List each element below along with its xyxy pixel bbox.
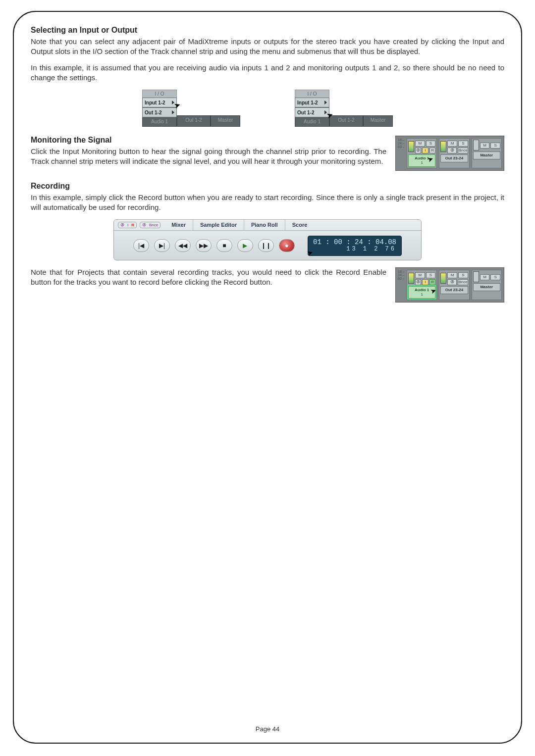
channel-strip: M S ⦿ Bnce Out 23-24 — [439, 270, 469, 300]
bounce-button[interactable]: Bnce — [148, 223, 159, 227]
channel-pill-group: ⦿ I R ⦿ Bnce — [114, 220, 164, 230]
figure-record-enable-thumb: 18 – 24 – 60 – M S ⦿ I — [395, 267, 504, 302]
io-input-slot[interactable]: Input 1-2 — [295, 98, 329, 107]
paragraph: In this example, it is assumed that you … — [31, 63, 504, 83]
tab-mixer[interactable]: Mixer — [164, 220, 193, 230]
record-ready-icon[interactable]: ⦿ — [415, 148, 421, 153]
dropdown-triangle-icon — [324, 110, 327, 114]
channel-name: Master — [473, 151, 500, 159]
label: Audio 1 — [415, 288, 429, 292]
transport-record-button[interactable]: ● — [279, 239, 295, 252]
tab-score[interactable]: Score — [285, 220, 315, 230]
io-output-label: Out 1-2 — [297, 110, 314, 115]
record-enable-button[interactable]: R — [429, 148, 435, 153]
record-enable-button[interactable]: R — [429, 279, 435, 285]
record-ready-icon[interactable]: ⦿ — [141, 223, 147, 227]
solo-button[interactable]: S — [458, 141, 468, 147]
channel-name: Master — [363, 115, 393, 127]
channel-name: Master — [211, 115, 240, 127]
label: 1 — [421, 160, 423, 165]
mute-button[interactable]: M — [415, 272, 425, 278]
io-panel-left: I / O Input 1-2 ➤ Out 1-2 Audio 1 Out 1-… — [142, 90, 240, 127]
level-meter-icon — [408, 141, 414, 152]
channel-name: Audio 1 1 — [408, 286, 435, 299]
channel-strip: M S ⦿ Bnce Out 23-24 — [439, 138, 469, 168]
record-ready-icon[interactable]: ⦿ — [415, 279, 421, 285]
paragraph: Note that for Projects that contain seve… — [31, 267, 386, 288]
channel-pill: ⦿ Bnce — [140, 222, 160, 228]
paragraph: Click the Input Monitoring button to hea… — [31, 147, 386, 167]
input-monitor-button[interactable]: I — [422, 148, 428, 153]
meter-scale: 18 – 24 – 60 – — [398, 138, 405, 168]
io-panel-right: I / O Input 1-2 Out 1-2 ➤ Audio 1 Out 1-… — [295, 90, 393, 127]
input-monitor-button[interactable]: I — [422, 279, 428, 285]
level-meter-icon — [473, 271, 479, 282]
page-label: Page — [256, 725, 270, 733]
transport-go-to-end-button[interactable]: ▶| — [154, 239, 170, 252]
mute-button[interactable]: M — [447, 272, 457, 278]
io-header: I / O — [142, 90, 177, 98]
mute-button[interactable]: M — [480, 143, 490, 149]
mute-button[interactable]: M — [415, 141, 425, 147]
channel-strip: M S Master — [472, 138, 502, 168]
figure-monitoring-thumb: 18 – 24 – 60 – M S ⦿ I — [395, 136, 504, 171]
io-output-slot[interactable]: Out 1-2 ➤ — [295, 107, 329, 117]
bounce-button[interactable]: Bnce — [458, 279, 468, 285]
transport-pause-button[interactable]: ❙❙ — [258, 239, 274, 252]
dropdown-triangle-icon — [172, 110, 174, 114]
dropdown-triangle-icon — [324, 101, 327, 104]
label: Audio 1 — [415, 156, 429, 160]
transport-fast-forward-button[interactable]: ▶▶ — [196, 239, 212, 252]
channel-name: Audio 1 — [295, 117, 329, 127]
transport-rewind-button[interactable]: ◀◀ — [175, 239, 191, 252]
heading-recording: Recording — [31, 182, 504, 191]
figure-transport: ⦿ I R ⦿ Bnce Mixer Sample Editor Piano R… — [31, 219, 504, 260]
bounce-button[interactable]: Bnce — [458, 148, 468, 153]
page-number: 44 — [272, 725, 279, 733]
level-meter-icon — [440, 141, 446, 152]
heading-selecting-io: Selecting an Input or Output — [31, 26, 504, 35]
level-meter-icon — [440, 273, 446, 284]
timecode-main: 01 : 00 : 24 : 04.08 — [313, 238, 396, 246]
figure-io-slots: I / O Input 1-2 ➤ Out 1-2 Audio 1 Out 1-… — [31, 90, 504, 127]
solo-button[interactable]: S — [490, 143, 500, 149]
io-output-slot[interactable]: Out 1-2 — [142, 107, 177, 117]
channel-strip: M S ⦿ I R Audio 1 — [407, 270, 437, 300]
tab-piano-roll[interactable]: Piano Roll — [244, 220, 285, 230]
solo-button[interactable]: S — [458, 272, 468, 278]
label: 1 — [421, 292, 423, 297]
channel-name: Audio 1 1 — [408, 154, 435, 167]
transport-stop-button[interactable]: ■ — [216, 239, 232, 252]
io-input-label: Input 1-2 — [297, 100, 318, 105]
tab-sample-editor[interactable]: Sample Editor — [193, 220, 244, 230]
channel-name: Master — [473, 283, 500, 291]
record-enable-button[interactable]: R — [130, 223, 135, 227]
transport-play-button[interactable]: ▶ — [237, 239, 253, 252]
channel-name: Out 1-2 — [329, 115, 363, 127]
page-frame: Selecting an Input or Output Note that y… — [13, 11, 522, 744]
record-ready-icon[interactable]: ⦿ — [447, 279, 457, 285]
channel-strip: M S Master — [472, 270, 502, 300]
dropdown-triangle-icon — [172, 101, 174, 104]
level-meter-icon — [473, 140, 479, 151]
paragraph: In this example, simply click the Record… — [31, 193, 504, 213]
record-ready-icon[interactable]: ⦿ — [119, 223, 125, 227]
channel-name: Out 1-2 — [177, 115, 211, 127]
mute-button[interactable]: M — [480, 274, 490, 280]
level-meter-icon — [408, 273, 414, 284]
input-monitor-button[interactable]: I — [126, 223, 129, 227]
channel-strip: M S ⦿ I R Audio 1 — [407, 138, 437, 168]
timecode-display: 01 : 00 : 24 : 04.08 13 1 2 76 — [308, 236, 402, 256]
transport-return-to-zero-button[interactable]: |◀ — [133, 239, 149, 252]
solo-button[interactable]: S — [490, 274, 500, 280]
solo-button[interactable]: S — [426, 141, 436, 147]
page-footer: Page 44 — [14, 725, 521, 733]
timecode-sub: 13 1 2 76 — [313, 246, 396, 253]
io-input-slot[interactable]: Input 1-2 ➤ — [142, 98, 177, 107]
mute-button[interactable]: M — [447, 141, 457, 147]
record-ready-icon[interactable]: ⦿ — [447, 148, 457, 153]
channel-name: Out 23-24 — [440, 154, 468, 162]
io-header: I / O — [295, 90, 329, 98]
solo-button[interactable]: S — [426, 272, 436, 278]
paragraph: Note that you can select any adjacent pa… — [31, 37, 504, 57]
